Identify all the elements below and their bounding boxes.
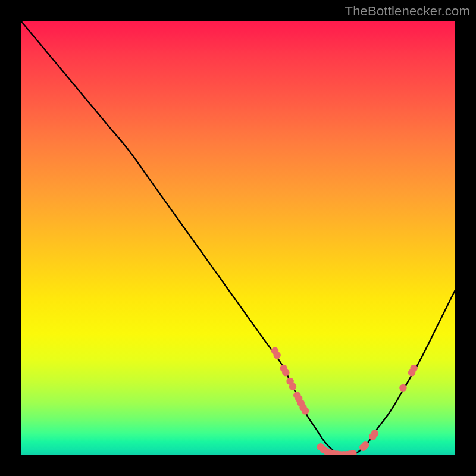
curve-marker	[362, 441, 369, 449]
curve-marker	[349, 450, 356, 455]
bottleneck-curve-path	[21, 21, 455, 455]
marker-layer	[271, 347, 418, 455]
bottleneck-curve-svg	[21, 21, 455, 455]
curve-marker	[302, 407, 309, 414]
curve-marker	[371, 430, 378, 437]
curve-marker	[274, 352, 281, 359]
plot-area	[21, 21, 455, 455]
chart-stage: TheBottlenecker.com	[0, 0, 476, 476]
watermark-label: TheBottlenecker.com	[345, 4, 470, 19]
curve-marker	[289, 383, 296, 390]
curve-marker	[410, 365, 417, 372]
curve-marker	[399, 384, 406, 392]
curve-marker	[282, 369, 289, 376]
